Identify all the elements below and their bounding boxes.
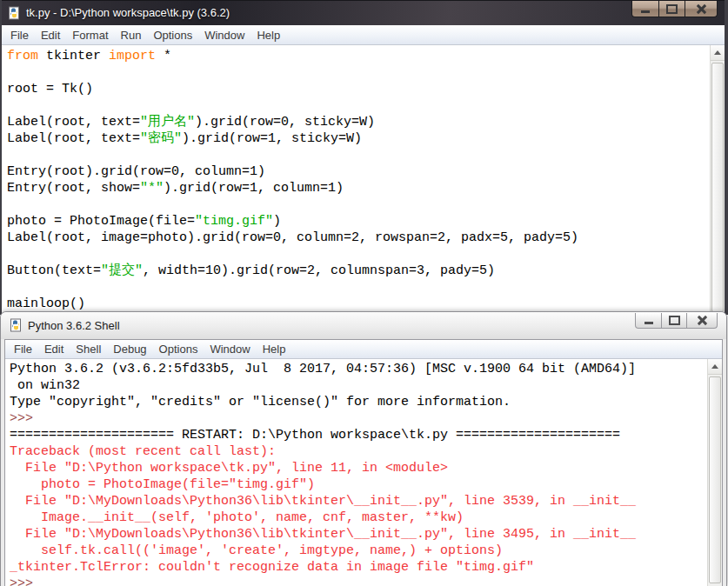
menu-item-run[interactable]: Run bbox=[115, 27, 148, 43]
text-line bbox=[7, 64, 725, 81]
text-line: Label(root, image=photo).grid(row=0, col… bbox=[7, 230, 725, 246]
menu-item-edit[interactable]: Edit bbox=[35, 27, 66, 43]
text-line: Button(text="提交", width=10).grid(row=2, … bbox=[7, 263, 725, 279]
maximize-button[interactable] bbox=[659, 1, 685, 17]
minimize-icon bbox=[645, 322, 653, 324]
text-line: File "D:\Python workspace\tk.py", line 1… bbox=[10, 460, 707, 476]
shell-body: FileEditShellDebugOptionsWindowHelp Pyth… bbox=[4, 339, 723, 586]
menu-item-debug[interactable]: Debug bbox=[107, 341, 152, 357]
menu-item-options[interactable]: Options bbox=[153, 341, 204, 357]
text-line bbox=[7, 147, 725, 163]
arrow-up-icon bbox=[711, 364, 718, 369]
shell-text-area[interactable]: Python 3.6.2 (v3.6.2:5fd33b5, Jul 8 2017… bbox=[5, 359, 707, 586]
maximize-button[interactable] bbox=[662, 313, 687, 329]
editor-vertical-scrollbar[interactable] bbox=[710, 45, 725, 315]
menu-item-file[interactable]: File bbox=[8, 341, 38, 357]
text-line bbox=[7, 279, 725, 296]
shell-caption-buttons bbox=[635, 313, 718, 329]
minimize-button[interactable] bbox=[631, 1, 659, 17]
shell-menubar: FileEditShellDebugOptionsWindowHelp bbox=[5, 340, 722, 359]
text-line: Type "copyright", "credits" or "license(… bbox=[10, 394, 707, 410]
scrollbar-thumb[interactable] bbox=[711, 63, 724, 312]
idle-python-shell-icon bbox=[9, 318, 23, 336]
shell-titlebar[interactable]: Python 3.6.2 Shell bbox=[1, 312, 726, 339]
shell-window-title: Python 3.6.2 Shell bbox=[28, 319, 120, 332]
text-line: Python 3.6.2 (v3.6.2:5fd33b5, Jul 8 2017… bbox=[10, 361, 707, 377]
editor-titlebar[interactable]: tk.py - D:\Python workspace\tk.py (3.6.2… bbox=[2, 0, 725, 25]
text-line: mainloop() bbox=[7, 296, 725, 312]
text-line: on win32 bbox=[10, 377, 707, 394]
close-button[interactable] bbox=[687, 313, 718, 329]
text-line: File "D:\MyDownloads\Python36\lib\tkinte… bbox=[10, 493, 707, 509]
menu-item-options[interactable]: Options bbox=[147, 27, 198, 43]
minimize-icon bbox=[641, 10, 650, 13]
editor-window-title: tk.py - D:\Python workspace\tk.py (3.6.2… bbox=[26, 6, 230, 19]
scroll-up-button[interactable] bbox=[711, 45, 725, 61]
close-button[interactable] bbox=[685, 1, 718, 17]
minimize-button[interactable] bbox=[635, 313, 662, 329]
editor-text-area[interactable]: from tkinter import * root = Tk() Label(… bbox=[2, 45, 725, 315]
text-line: photo = PhotoImage(file="timg.gif") bbox=[7, 213, 725, 230]
text-line: _tkinter.TclError: couldn't recognize da… bbox=[10, 559, 707, 576]
editor-window: tk.py - D:\Python workspace\tk.py (3.6.2… bbox=[0, 0, 728, 315]
menu-item-window[interactable]: Window bbox=[198, 27, 250, 43]
menu-item-format[interactable]: Format bbox=[66, 27, 114, 43]
menu-item-help[interactable]: Help bbox=[250, 27, 286, 43]
text-line bbox=[7, 196, 725, 213]
text-line: >>> bbox=[10, 576, 707, 586]
text-line: File "D:\MyDownloads\Python36\lib\tkinte… bbox=[10, 526, 707, 543]
text-line: Label(root, text="用户名").grid(row=0, stic… bbox=[7, 114, 725, 130]
text-line: Image.__init__(self, 'photo', name, cnf,… bbox=[10, 509, 707, 526]
text-line: from tkinter import * bbox=[7, 48, 725, 64]
maximize-icon bbox=[669, 316, 680, 325]
maximize-icon bbox=[666, 4, 678, 14]
text-line bbox=[7, 246, 725, 263]
text-line: ===================== RESTART: D:\Python… bbox=[10, 427, 707, 443]
text-line: Label(root, text="密码").grid(row=1, stick… bbox=[7, 130, 725, 147]
scrollbar-thumb[interactable] bbox=[709, 376, 721, 583]
close-icon bbox=[696, 4, 706, 14]
scroll-up-button[interactable] bbox=[708, 359, 722, 375]
editor-menubar: FileEditFormatRunOptionsWindowHelp bbox=[2, 25, 725, 45]
text-line: self.tk.call(('image', 'create', imgtype… bbox=[10, 543, 707, 559]
text-line bbox=[7, 97, 725, 114]
idle-python-file-icon bbox=[7, 6, 21, 23]
editor-caption-buttons bbox=[631, 1, 718, 17]
menu-item-file[interactable]: File bbox=[4, 27, 35, 43]
text-line: >>> bbox=[10, 410, 707, 427]
arrow-up-icon bbox=[714, 50, 721, 55]
desktop-screen: tk.py - D:\Python workspace\tk.py (3.6.2… bbox=[0, 0, 728, 586]
shell-vertical-scrollbar[interactable] bbox=[707, 359, 722, 586]
menu-item-window[interactable]: Window bbox=[204, 341, 256, 357]
text-line: root = Tk() bbox=[7, 81, 725, 97]
shell-window: Python 3.6.2 Shell FileEditShellDebugOpt… bbox=[0, 311, 727, 586]
menu-item-shell[interactable]: Shell bbox=[70, 341, 107, 357]
menu-item-edit[interactable]: Edit bbox=[38, 341, 70, 357]
close-icon bbox=[697, 316, 707, 325]
text-line: Entry(root).grid(row=0, column=1) bbox=[7, 163, 725, 180]
text-line: Entry(root, show="*").grid(row=1, column… bbox=[7, 180, 725, 196]
menu-item-help[interactable]: Help bbox=[257, 341, 292, 357]
text-line: Traceback (most recent call last): bbox=[10, 443, 707, 460]
text-line: photo = PhotoImage(file="timg.gif") bbox=[10, 476, 707, 493]
